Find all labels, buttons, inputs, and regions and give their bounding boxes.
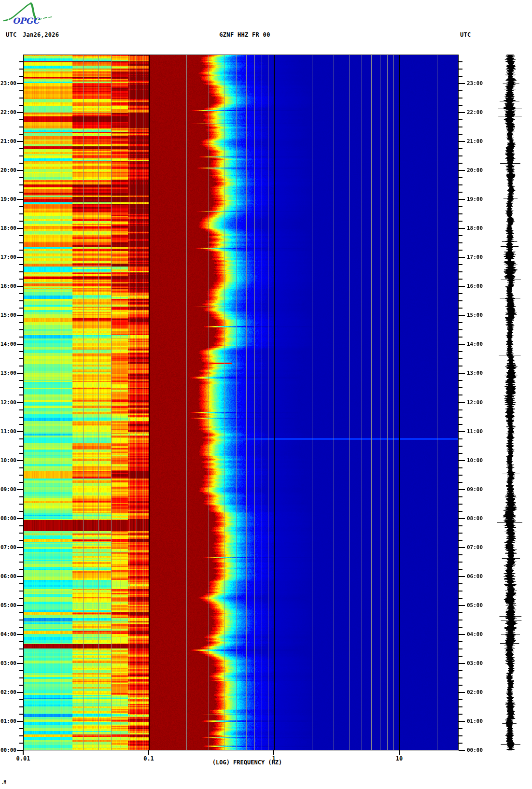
y-axis-label-left: 18:00 [0,225,16,231]
y-minor-tick-left [19,714,23,715]
y-minor-tick-left [19,677,23,678]
y-minor-tick-left [19,300,23,301]
y-minor-tick-left [19,69,23,70]
y-major-tick-left [17,692,23,693]
spectrogram-page: OPGC UTC Jan26,2026 GZNF HHZ FR 00 UTC 0… [0,0,532,789]
y-major-tick-right [459,344,465,345]
y-minor-tick-left [19,533,23,534]
y-axis-label-right: 05:00 [467,603,496,608]
y-minor-tick-right [459,177,462,178]
y-minor-tick-left [19,213,23,214]
y-major-tick-right [459,112,465,113]
y-minor-tick-right [459,322,462,323]
y-minor-tick-left [19,735,23,736]
y-major-tick-right [459,199,465,200]
y-axis-label-right: 15:00 [467,312,496,318]
y-major-tick-right [459,315,465,316]
y-axis-label-right: 14:00 [467,341,496,347]
y-major-tick-right [459,170,465,171]
y-minor-tick-right [459,453,462,454]
y-minor-tick-left [19,569,23,570]
y-axis-label-left: 20:00 [0,168,16,173]
y-minor-tick-left [19,387,23,388]
y-minor-tick-right [459,620,462,620]
y-minor-tick-right [459,329,462,330]
y-major-tick-left [17,141,23,142]
y-major-tick-left [17,605,23,606]
y-minor-tick-right [459,482,462,483]
y-major-tick-left [17,315,23,316]
y-minor-tick-left [19,221,23,222]
y-minor-tick-left [19,206,23,207]
y-minor-tick-right [459,641,462,642]
y-minor-tick-left [19,438,23,439]
y-minor-tick-left [19,670,23,671]
y-axis-label-right: 23:00 [467,81,496,86]
y-major-tick-right [459,547,465,548]
y-minor-tick-right [459,685,462,686]
y-axis-label-right: 04:00 [467,632,496,637]
y-axis-label-right: 10:00 [467,458,496,464]
y-major-tick-right [459,228,465,229]
y-minor-tick-right [459,76,462,77]
y-major-tick-right [459,402,465,403]
y-minor-tick-right [459,728,462,729]
x-major-tick [399,750,400,755]
y-minor-tick-left [19,184,23,185]
y-minor-tick-right [459,699,462,700]
logo-text: OPGC [13,16,41,26]
x-major-tick [273,750,274,755]
y-minor-tick-right [459,735,462,736]
y-minor-tick-left [19,337,23,338]
y-minor-tick-left [19,322,23,323]
y-axis-label-right: 07:00 [467,545,496,550]
y-minor-tick-right [459,706,462,707]
y-minor-tick-right [459,155,462,156]
y-axis-label-right: 22:00 [467,110,496,115]
y-minor-tick-left [19,417,23,418]
y-minor-tick-right [459,358,462,359]
y-minor-tick-left [19,127,23,127]
y-major-tick-right [459,518,465,519]
y-axis-label-right: 19:00 [467,197,496,202]
y-minor-tick-right [459,438,462,439]
y-major-tick-left [17,431,23,432]
y-minor-tick-right [459,504,462,505]
y-minor-tick-right [459,264,462,265]
y-axis-label-right: 17:00 [467,254,496,260]
y-minor-tick-left [19,620,23,620]
y-axis-label-left: 15:00 [0,312,16,318]
y-major-tick-right [459,431,465,432]
y-major-tick-left [17,518,23,519]
y-minor-tick-left [19,271,23,272]
y-axis-label-right: 16:00 [467,283,496,289]
y-minor-tick-left [19,155,23,156]
y-major-tick-left [17,170,23,171]
y-minor-tick-left [19,482,23,483]
y-axis-label-left: 17:00 [0,254,16,260]
y-minor-tick-right [459,235,462,236]
y-axis-label-right: 20:00 [467,168,496,173]
y-axis-label-left: 03:00 [0,661,16,666]
y-minor-tick-right [459,69,462,70]
y-minor-tick-left [19,453,23,454]
y-axis-label-left: 19:00 [0,197,16,202]
y-minor-tick-right [459,387,462,388]
y-minor-tick-left [19,409,23,410]
y-minor-tick-right [459,134,462,135]
y-major-tick-left [17,663,23,664]
x-axis-tick-label: 0.1 [138,755,159,762]
x-major-tick [23,750,24,755]
y-major-tick-left [17,460,23,461]
y-minor-tick-left [19,242,23,243]
y-minor-tick-left [19,98,23,99]
y-axis-label-right: 06:00 [467,574,496,579]
y-minor-tick-left [19,511,23,512]
y-axis-label-right: 11:00 [467,429,496,435]
y-minor-tick-left [19,627,23,628]
y-axis-label-right: 08:00 [467,516,496,521]
y-major-tick-left [17,112,23,113]
y-minor-tick-right [459,569,462,570]
y-minor-tick-right [459,242,462,243]
y-minor-tick-right [459,562,462,563]
